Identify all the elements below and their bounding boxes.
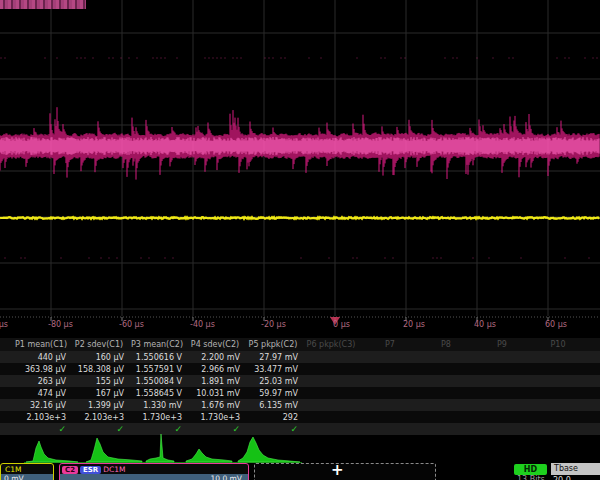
measure-cell: 2.103e+3 xyxy=(12,413,70,422)
measure-cell: 1.730e+3 xyxy=(186,413,244,422)
channel-c1-descriptor[interactable]: C1M 0 mV xyxy=(0,463,54,480)
hd-mode-badge[interactable]: HD xyxy=(514,464,547,475)
measure-cell: 1.676 mV xyxy=(186,401,244,410)
measure-cell: 1.550084 V xyxy=(128,377,186,386)
c2-volts-per-div: 10.0 mV xyxy=(60,474,248,480)
measure-cell: 1.557591 V xyxy=(128,365,186,374)
measure-cell: 6.135 mV xyxy=(244,401,302,410)
time-axis-label: 0 µs xyxy=(333,320,350,329)
measure-cell: 1.891 mV xyxy=(186,377,244,386)
eres-badge: ESR xyxy=(80,466,101,474)
measure-cell: 33.477 mV xyxy=(244,365,302,374)
c2-coupling-label: DC1M xyxy=(103,466,125,474)
measure-header-inactive[interactable]: P9 xyxy=(476,340,532,349)
measure-cell: 1.550616 V xyxy=(128,353,186,362)
measure-cell: 10.031 mV xyxy=(186,389,244,398)
measure-header-inactive[interactable]: P6 pkpk(C3) xyxy=(302,340,364,349)
time-axis-label: -20 µs xyxy=(261,320,286,329)
measure-cell: 1.399 µV xyxy=(70,401,128,410)
measure-cell: 2.966 mV xyxy=(186,365,244,374)
measure-cell: 32.16 µV xyxy=(12,401,70,410)
measure-cell: 440 µV xyxy=(12,353,70,362)
measure-cell: 167 µV xyxy=(70,389,128,398)
time-axis-label: 40 µs xyxy=(474,320,496,329)
mouse-cursor-crosshair: + xyxy=(331,461,344,479)
c2-tag: C2 xyxy=(62,466,78,474)
measure-header-p4[interactable]: P4 sdev(C2) xyxy=(186,340,244,349)
measure-header-inactive[interactable]: P7 xyxy=(364,340,420,349)
timebase-descriptor[interactable]: Tbase xyxy=(551,463,600,475)
measure-cell: 1.330 mV xyxy=(128,401,186,410)
measure-cell: 263 µV xyxy=(12,377,70,386)
waveform-display[interactable]: -100 µs-80 µs-60 µs-40 µs-20 µs0 µs20 µs… xyxy=(0,0,600,334)
time-axis-label: 20 µs xyxy=(403,320,425,329)
measure-header-inactive[interactable]: P8 xyxy=(420,340,476,349)
measure-header-p1[interactable]: P1 mean(C1) xyxy=(12,340,70,349)
time-axis-label: 60 µs xyxy=(545,320,567,329)
time-axis-label: -40 µs xyxy=(190,320,215,329)
bottom-bar: C1M 0 mV C2 ESR DC1M 10.0 mV + HD 13 Bit… xyxy=(0,462,600,480)
measure-header-p2[interactable]: P2 sdev(C1) xyxy=(70,340,128,349)
measure-histicon xyxy=(186,449,232,462)
measure-cell: 292 xyxy=(244,413,302,422)
measure-histicons xyxy=(0,432,600,464)
waveform-canvas xyxy=(0,0,600,334)
time-axis-label: -100 µs xyxy=(0,320,8,329)
channel-c2-descriptor[interactable]: C2 ESR DC1M 10.0 mV xyxy=(59,463,249,480)
measure-cell: 2.200 mV xyxy=(186,353,244,362)
measure-cell: 160 µV xyxy=(70,353,128,362)
measure-cell: 363.98 µV xyxy=(12,365,70,374)
measure-cell: 474 µV xyxy=(12,389,70,398)
resolution-bits-label: 13 Bits xyxy=(517,475,545,480)
measure-histicon xyxy=(238,437,300,462)
measure-cell: 1.558645 V xyxy=(128,389,186,398)
c1-coupling-label: C1M xyxy=(3,466,21,474)
measure-header-p5[interactable]: P5 pkpk(C2) xyxy=(244,340,302,349)
measure-cell: 59.97 mV xyxy=(244,389,302,398)
measurement-table: P1 mean(C1)P2 sdev(C1)P3 mean(C2)P4 sdev… xyxy=(0,338,600,435)
measure-header-inactive[interactable]: P10 xyxy=(532,340,588,349)
measure-header-p3[interactable]: P3 mean(C2) xyxy=(128,340,186,349)
measure-histicon xyxy=(26,441,78,462)
empty-descriptor-slot[interactable] xyxy=(254,463,436,480)
measure-cell: 25.03 mV xyxy=(244,377,302,386)
oscilloscope-screen: -100 µs-80 µs-60 µs-40 µs-20 µs0 µs20 µs… xyxy=(0,0,600,480)
timebase-value: 20.0 xyxy=(553,476,571,480)
graticule xyxy=(0,0,600,321)
measure-cell: 155 µV xyxy=(70,377,128,386)
measure-cell: 158.308 µV xyxy=(70,365,128,374)
measure-cell: 27.97 mV xyxy=(244,353,302,362)
time-axis-label: -60 µs xyxy=(119,320,144,329)
measure-histicon xyxy=(146,434,174,462)
time-axis-label: -80 µs xyxy=(48,320,73,329)
c1-volts-per-div: 0 mV xyxy=(1,474,53,480)
measure-cell: 1.730e+3 xyxy=(128,413,186,422)
measure-histicon xyxy=(86,438,142,462)
trace-label-fragment[interactable] xyxy=(0,0,86,9)
measure-cell: 2.103e+3 xyxy=(70,413,128,422)
